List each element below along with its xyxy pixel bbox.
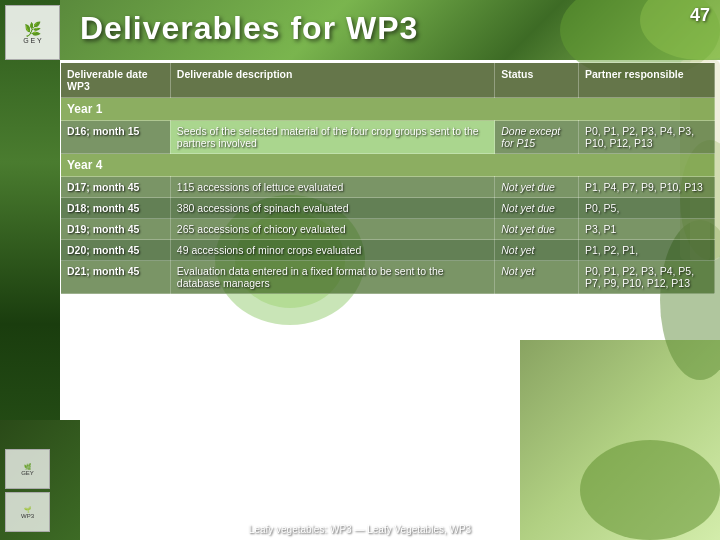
bottom-logos-area: 🌿GEY 🌱WP3 — [5, 449, 50, 532]
cell-partner: P0, P1, P2, P3, P4, P3, P10, P12, P13 — [578, 121, 714, 154]
deliverables-table: Deliverable date WP3 Deliverable descrip… — [60, 62, 715, 294]
cell-status: Not yet — [495, 240, 579, 261]
cell-status: Done except for P15 — [495, 121, 579, 154]
cell-description: Seeds of the selected material of the fo… — [170, 121, 494, 154]
header-status: Status — [495, 63, 579, 98]
table-row: D19; month 45265 accessions of chicory e… — [61, 219, 715, 240]
cell-deliverable: D18; month 45 — [61, 198, 171, 219]
header-deliverable-date: Deliverable date WP3 — [61, 63, 171, 98]
cell-partner: P1, P4, P7, P9, P10, P13 — [578, 177, 714, 198]
cell-status: Not yet due — [495, 219, 579, 240]
logo: 🌿 G E Y — [5, 5, 60, 60]
cell-status: Not yet due — [495, 198, 579, 219]
cell-description: 380 accessions of spinach evaluated — [170, 198, 494, 219]
cell-deliverable: D20; month 45 — [61, 240, 171, 261]
table-row: D20; month 4549 accessions of minor crop… — [61, 240, 715, 261]
cell-deliverable: D19; month 45 — [61, 219, 171, 240]
cell-status: Not yet due — [495, 177, 579, 198]
cell-deliverable: D21; month 45 — [61, 261, 171, 294]
header-description: Deliverable description — [170, 63, 494, 98]
cell-status: Not yet — [495, 261, 579, 294]
year-label: Year 1 — [61, 98, 715, 121]
table-row: D16; month 15Seeds of the selected mater… — [61, 121, 715, 154]
page-number: 47 — [690, 5, 710, 26]
cell-partner: P1, P2, P1, — [578, 240, 714, 261]
cell-description: Evaluation data entered in a fixed forma… — [170, 261, 494, 294]
bottom-label: Leafy vegetables: WP3 — Leafy Vegetables… — [249, 524, 471, 535]
cell-description: 265 accessions of chicory evaluated — [170, 219, 494, 240]
logo-text: G E Y — [23, 37, 42, 44]
cell-description: 115 accessions of lettuce evaluated — [170, 177, 494, 198]
mini-logo-2: 🌱WP3 — [5, 492, 50, 532]
header-partner: Partner responsible — [578, 63, 714, 98]
cell-partner: P3, P1 — [578, 219, 714, 240]
table-row: D21; month 45Evaluation data entered in … — [61, 261, 715, 294]
cell-deliverable: D16; month 15 — [61, 121, 171, 154]
deliverables-table-wrapper: Deliverable date WP3 Deliverable descrip… — [60, 62, 715, 520]
mini-logo-1: 🌿GEY — [5, 449, 50, 489]
cell-deliverable: D17; month 45 — [61, 177, 171, 198]
year-row: Year 4 — [61, 154, 715, 177]
table-row: D17; month 45115 accessions of lettuce e… — [61, 177, 715, 198]
main-content: 🌿 G E Y 47 Deliverables for WP3 Delivera… — [0, 0, 720, 540]
year-row: Year 1 — [61, 98, 715, 121]
table-row: D18; month 45380 accessions of spinach e… — [61, 198, 715, 219]
cell-partner: P0, P5, — [578, 198, 714, 219]
page-title: Deliverables for WP3 — [80, 10, 418, 47]
cell-description: 49 accessions of minor crops evaluated — [170, 240, 494, 261]
year-label: Year 4 — [61, 154, 715, 177]
cell-partner: P0, P1, P2, P3, P4, P5, P7, P9, P10, P12… — [578, 261, 714, 294]
table-header-row: Deliverable date WP3 Deliverable descrip… — [61, 63, 715, 98]
